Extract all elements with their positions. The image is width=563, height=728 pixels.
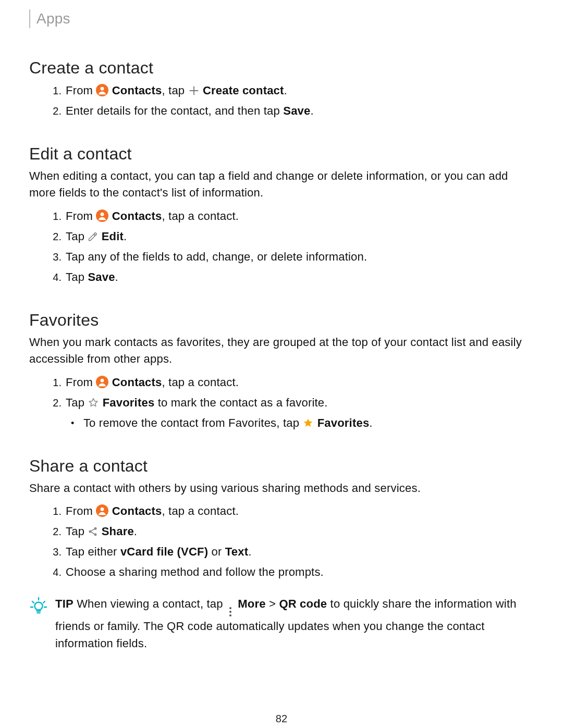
list-item: Enter details for the contact, and then … <box>65 102 534 119</box>
sub-list: To remove the contact from Favorites, ta… <box>66 414 534 431</box>
svg-point-9 <box>89 530 92 533</box>
list-item: From Contacts, tap a contact. <box>65 374 534 391</box>
more-options-icon <box>227 606 234 618</box>
plus-icon <box>188 84 200 95</box>
label-tip: TIP <box>55 597 74 610</box>
label-save: Save <box>88 270 115 283</box>
label-edit: Edit <box>102 230 124 243</box>
star-outline-icon <box>88 396 99 408</box>
svg-point-1 <box>101 87 104 91</box>
heading-create-contact: Create a contact <box>29 58 534 78</box>
svg-point-8 <box>94 527 97 530</box>
steps-create-contact: From Contacts, tap Create contact. Enter… <box>29 82 534 119</box>
svg-point-5 <box>101 378 104 382</box>
list-item: Tap Save. <box>65 268 534 286</box>
label-favorites: Favorites <box>317 416 370 429</box>
label-contacts: Contacts <box>112 209 162 223</box>
svg-point-7 <box>101 508 104 511</box>
lightbulb-icon <box>29 596 48 615</box>
steps-edit-contact: From Contacts, tap a contact. Tap Edit. … <box>29 207 534 286</box>
favorites-lead: When you mark contacts as favorites, the… <box>29 334 534 367</box>
pencil-icon <box>88 229 98 240</box>
edit-lead: When editing a contact, you can tap a fi… <box>29 168 534 201</box>
list-item: Tap Edit. <box>65 228 534 245</box>
list-item: From Contacts, tap a contact. <box>65 502 534 520</box>
label-more: More <box>238 597 265 610</box>
list-item: Tap Share. <box>65 523 534 540</box>
label-qr-code: QR code <box>279 597 327 610</box>
list-item: Tap either vCard file (VCF) or Text. <box>65 543 534 560</box>
tip-text: TIP When viewing a contact, tap More > Q… <box>55 595 534 652</box>
list-item: To remove the contact from Favorites, ta… <box>80 414 534 431</box>
label-contacts: Contacts <box>112 504 162 517</box>
svg-point-10 <box>94 534 97 536</box>
page-number: 82 <box>0 713 563 725</box>
list-item: From Contacts, tap Create contact. <box>65 82 534 99</box>
heading-share-contact: Share a contact <box>29 456 534 476</box>
heading-favorites: Favorites <box>29 311 534 330</box>
breadcrumb: Apps <box>29 9 534 28</box>
svg-point-11 <box>35 602 43 610</box>
star-filled-icon <box>302 416 314 428</box>
contacts-icon <box>96 209 108 222</box>
contacts-icon <box>96 84 108 96</box>
list-item: Tap any of the fields to add, change, or… <box>65 248 534 265</box>
list-item: Tap Favorites to mark the contact as a f… <box>65 394 534 431</box>
steps-share-contact: From Contacts, tap a contact. Tap Share.… <box>29 502 534 581</box>
label-create-contact: Create contact <box>203 84 284 97</box>
share-icon <box>88 524 98 535</box>
label-vcf: vCard file (VCF) <box>120 545 208 558</box>
contacts-icon <box>96 504 108 517</box>
label-share: Share <box>102 525 134 538</box>
svg-point-3 <box>101 213 104 216</box>
label-contacts: Contacts <box>112 84 162 97</box>
contacts-icon <box>96 376 108 388</box>
list-item: From Contacts, tap a contact. <box>65 207 534 225</box>
heading-edit-contact: Edit a contact <box>29 144 534 164</box>
label-save: Save <box>283 104 310 117</box>
manual-page: Apps Create a contact From Contacts, tap… <box>0 9 563 728</box>
tip-callout: TIP When viewing a contact, tap More > Q… <box>29 595 534 652</box>
list-item: Choose a sharing method and follow the p… <box>65 563 534 581</box>
label-contacts: Contacts <box>112 376 162 389</box>
share-lead: Share a contact with others by using var… <box>29 480 534 497</box>
label-text: Text <box>225 545 248 558</box>
steps-favorites: From Contacts, tap a contact. Tap Favori… <box>29 374 534 431</box>
label-favorites: Favorites <box>103 396 155 409</box>
